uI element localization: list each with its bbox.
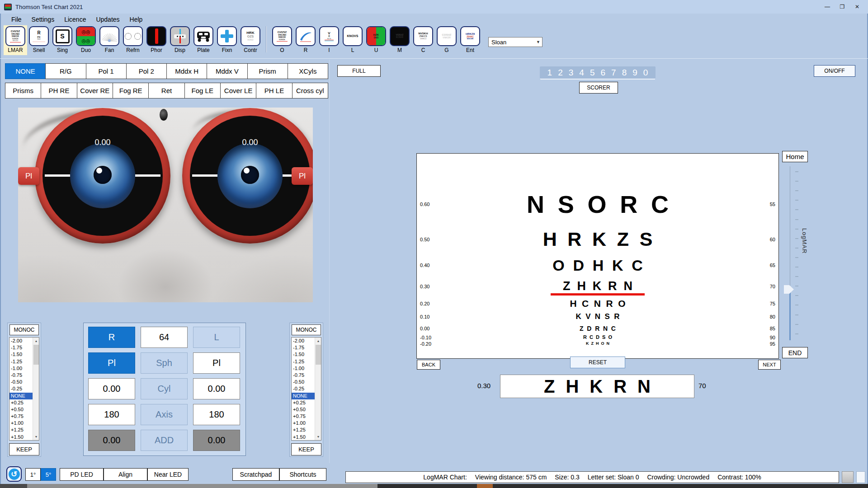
scrollbar-thumb[interactable] — [33, 345, 39, 365]
toolbar-l-button[interactable]: KNOVS L — [341, 25, 364, 55]
onoff-button[interactable]: ON/OFF — [814, 65, 855, 77]
status-grip-button[interactable] — [842, 471, 854, 483]
toolbar-refrn-button[interactable]: Refrn — [121, 25, 145, 55]
right-axis-value[interactable]: 180 — [88, 404, 135, 425]
cyl-label[interactable]: Cyl — [141, 378, 188, 399]
scroll-up-icon[interactable]: ▲ — [315, 338, 321, 344]
back-button[interactable]: BACK — [417, 360, 440, 370]
tab-pol-2[interactable]: Pol 2 — [126, 63, 167, 79]
digit-key-7[interactable]: 7 — [611, 68, 616, 78]
tab-prisms[interactable]: Prisms — [5, 83, 41, 99]
pd-led-button[interactable]: PD LED — [60, 468, 104, 481]
tab-ph-le[interactable]: PH LE — [256, 83, 292, 99]
tab-prism[interactable]: Prism — [247, 63, 288, 79]
pd-value[interactable]: 64 — [141, 327, 188, 348]
left-cyl-value[interactable]: 0.00 — [193, 378, 240, 399]
tab-ph-re[interactable]: PH RE — [41, 83, 77, 99]
left-sphere-sign[interactable]: Pl — [193, 352, 240, 374]
digit-key-0[interactable]: 0 — [643, 68, 648, 78]
toolbar-sing-button[interactable]: S Sing — [51, 25, 74, 55]
tab-cover-re[interactable]: Cover RE — [77, 83, 113, 99]
tab-fog-re[interactable]: Fog RE — [113, 83, 149, 99]
left-lens-plano-tab[interactable]: Pl — [292, 167, 313, 185]
right-sphere-sign[interactable]: Pl — [88, 352, 135, 374]
add-label[interactable]: ADD — [141, 430, 188, 451]
monoc-header[interactable]: MONOC — [9, 324, 39, 335]
full-button[interactable]: FULL — [337, 65, 381, 77]
tab-cover-le[interactable]: Cover LE — [220, 83, 256, 99]
toolbar-i-button[interactable]: VRNOS I — [317, 25, 341, 55]
close-button[interactable]: ✕ — [850, 0, 864, 14]
tab-r-g[interactable]: R/G — [45, 63, 86, 79]
toolbar-contr-button[interactable]: HRKOZSKRD Contr — [239, 25, 262, 55]
menu-file[interactable]: File — [6, 14, 27, 24]
digit-key-2[interactable]: 2 — [558, 68, 563, 78]
menu-help[interactable]: Help — [125, 14, 148, 24]
tab-xcyls[interactable]: XCyls — [288, 63, 328, 79]
scrollbar-thumb[interactable] — [316, 345, 321, 365]
left-eye-button[interactable]: L — [193, 327, 240, 348]
tab-pol-1[interactable]: Pol 1 — [86, 63, 127, 79]
scroll-up-icon[interactable]: ▲ — [33, 338, 39, 344]
home-button[interactable]: Home — [782, 151, 808, 162]
toolbar-fixn-button[interactable]: Fixn — [215, 25, 239, 55]
maximize-button[interactable]: ❐ — [835, 0, 849, 14]
axis-label[interactable]: Axis — [141, 404, 188, 425]
shortcuts-button[interactable]: Shortcuts — [279, 468, 326, 481]
toolbar-c-button[interactable]: NVSKHZNKCSOHRCZ C — [411, 25, 435, 55]
tab-fog-le[interactable]: Fog LE — [184, 83, 221, 99]
menu-licence[interactable]: Licence — [59, 14, 91, 24]
near-led-button[interactable]: Near LED — [147, 468, 189, 481]
toolbar-disp-button[interactable]: Disp — [168, 25, 192, 55]
rotate-reset-button[interactable]: ↺ — [6, 466, 22, 482]
toolbar-duo-button[interactable]: ◎◎ ◎◎ Duo — [74, 25, 98, 55]
toolbar-fan-button[interactable]: Fan — [98, 25, 121, 55]
toolbar-phor-button[interactable]: Phor — [145, 25, 168, 55]
toolbar-u-button[interactable]: HZKDNS U — [364, 25, 388, 55]
digit-key-1[interactable]: 1 — [547, 68, 552, 78]
end-button[interactable]: END — [782, 347, 808, 358]
scroll-down-icon[interactable]: ▼ — [33, 433, 39, 440]
scratchpad-button[interactable]: Scratchpad — [232, 468, 279, 481]
right-lens-plano-tab[interactable]: Pl — [18, 167, 39, 185]
digit-key-3[interactable]: 3 — [569, 68, 574, 78]
toolbar-g-button[interactable]: COSHZVNKDR G — [435, 25, 458, 55]
size-slider-thumb[interactable] — [784, 285, 794, 294]
digit-key-5[interactable]: 5 — [590, 68, 595, 78]
toolbar-plate-button[interactable]: Plate — [192, 25, 215, 55]
scrollbar[interactable]: ▲ ▼ — [33, 338, 39, 440]
scorer-button[interactable]: SCORER — [579, 82, 618, 94]
right-cyl-value[interactable]: 0.00 — [88, 378, 135, 399]
tab-ret[interactable]: Ret — [148, 83, 184, 99]
toolbar-m-button[interactable]: VOSHZKCNVR M — [388, 25, 411, 55]
left-axis-value[interactable]: 180 — [193, 404, 240, 425]
align-button[interactable]: Align — [104, 468, 147, 481]
toolbar-snell-button[interactable]: RPEFEZ Snell — [27, 25, 51, 55]
menu-updates[interactable]: Updates — [91, 14, 124, 24]
monoc-header[interactable]: MONOC — [292, 324, 321, 335]
sphere-step-list[interactable]: -2.00-1.75-1.50-1.25-1.00-0.75-0.50-0.25… — [291, 337, 321, 441]
sphere-label[interactable]: Sph — [141, 352, 188, 374]
step-1deg-button[interactable]: 1° — [25, 468, 41, 481]
right-eye-lens-dial[interactable]: 0.00 — [35, 108, 170, 244]
step-5deg-button[interactable]: 5° — [41, 468, 56, 481]
toolbar-lmar-button[interactable]: CHVSZVKCNHSNKORHZRDKNVCZO LMAR — [4, 25, 27, 55]
toolbar-ent-button[interactable]: HRKZ8ZDVKCNHOSR Ent — [458, 25, 482, 55]
toolbar-o-button[interactable]: CHVSZVKCNHSNKORHZRDK O — [270, 25, 294, 55]
tab-cross-cyl[interactable]: Cross cyl — [292, 83, 328, 99]
digit-key-6[interactable]: 6 — [601, 68, 606, 78]
digit-key-9[interactable]: 9 — [632, 68, 637, 78]
minimize-button[interactable]: — — [821, 0, 834, 14]
digit-key-8[interactable]: 8 — [622, 68, 627, 78]
digit-key-4[interactable]: 4 — [579, 68, 584, 78]
tab-none[interactable]: NONE — [5, 63, 46, 79]
right-add-value[interactable]: 0.00 — [88, 430, 135, 451]
scrollbar[interactable]: ▲ ▼ — [315, 338, 321, 440]
scroll-down-icon[interactable]: ▼ — [315, 433, 321, 440]
toolbar-r-button[interactable]: R — [294, 25, 317, 55]
left-add-value[interactable]: 0.00 — [193, 430, 240, 451]
tab-mddx-h[interactable]: Mddx H — [166, 63, 207, 79]
menu-settings[interactable]: Settings — [27, 14, 60, 24]
right-eye-button[interactable]: R — [88, 327, 135, 348]
keep-button[interactable]: KEEP — [291, 443, 321, 455]
